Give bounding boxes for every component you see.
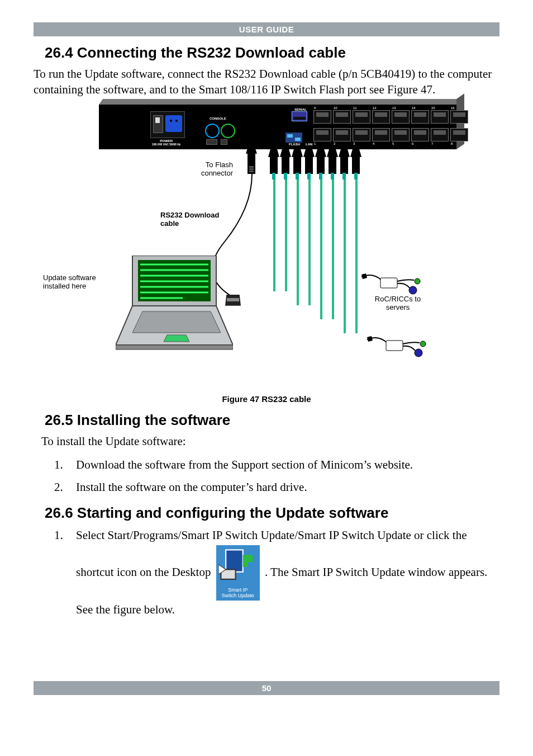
label-lan: LAN bbox=[306, 143, 312, 146]
svg-point-15 bbox=[409, 286, 417, 294]
rj45-plug-icon bbox=[293, 156, 301, 174]
console-port-kbms-icon bbox=[205, 124, 220, 138]
cat5-cable-icon bbox=[285, 179, 287, 291]
rj-port-14: 14 bbox=[411, 110, 429, 124]
footer-bar: 50 bbox=[34, 681, 499, 695]
section-26-5-intro: To install the Update software: bbox=[41, 433, 499, 449]
svg-point-19 bbox=[415, 349, 422, 357]
rj-port-4: 4 bbox=[372, 128, 390, 141]
rj45-plug-icon bbox=[305, 156, 313, 174]
console-port-video-icon bbox=[221, 124, 235, 138]
section-26-4-heading: 26.4 Connecting the RS232 Download cable bbox=[45, 44, 499, 62]
figure-47: POWER 100-240 VAC 50/60 Hz CONSOLE SERIA… bbox=[34, 105, 499, 404]
install-step-1: Download the software from the Support s… bbox=[66, 456, 499, 475]
rj-port-3: 3 bbox=[353, 128, 370, 141]
cat5-cable-icon bbox=[344, 179, 346, 333]
rj-port-8: 8 bbox=[450, 128, 468, 141]
rack-unit: POWER 100-240 VAC 50/60 Hz CONSOLE SERIA… bbox=[99, 105, 456, 149]
svg-rect-18 bbox=[386, 341, 403, 351]
svg-rect-14 bbox=[380, 278, 397, 288]
rj-port-5: 5 bbox=[392, 128, 410, 141]
cat5-cable-icon bbox=[273, 179, 275, 291]
aux-port-b-icon bbox=[221, 139, 227, 145]
svg-marker-12 bbox=[116, 345, 233, 349]
svg-point-20 bbox=[420, 341, 426, 347]
rj-port-7: 7 bbox=[431, 128, 449, 141]
rj-row-bottom: 1 2 3 4 5 6 7 8 bbox=[313, 128, 468, 141]
label-to-flash: To Flash connector bbox=[177, 160, 233, 177]
header-bar: USER GUIDE bbox=[34, 22, 499, 36]
power-module bbox=[150, 111, 185, 138]
rj-port-16: 16 bbox=[450, 110, 468, 124]
rj-port-10: 10 bbox=[333, 110, 351, 124]
flash-port-icon bbox=[285, 133, 302, 143]
rj-port-1: 1 bbox=[313, 128, 331, 141]
rj45-plug-icon bbox=[329, 156, 336, 174]
section-26-5-heading: 26.5 Installing the software bbox=[45, 412, 499, 429]
rj-port-6: 6 bbox=[411, 128, 429, 141]
rj-port-9: 9 bbox=[313, 110, 331, 124]
rj-port-13: 13 bbox=[392, 110, 410, 124]
power-switch-icon bbox=[153, 115, 163, 133]
ricc-dongle-icon bbox=[367, 335, 429, 362]
cat5-cable-icon bbox=[297, 179, 299, 305]
svg-point-16 bbox=[415, 278, 420, 284]
start-steps: Select Start/Programs/Smart IP Switch Up… bbox=[34, 526, 499, 620]
serial-port-icon bbox=[292, 111, 307, 121]
svg-marker-13 bbox=[361, 273, 367, 279]
label-console: CONSOLE bbox=[210, 117, 226, 120]
install-step-2: Install the software on the computer’s h… bbox=[66, 478, 499, 497]
label-rs232-cable: RS232 Download cable bbox=[160, 211, 239, 228]
rj45-plug-icon bbox=[340, 156, 348, 174]
cat5-cable-icon bbox=[332, 179, 334, 319]
figure-47-caption: Figure 47 RS232 cable bbox=[34, 394, 499, 404]
svg-marker-10 bbox=[132, 311, 221, 333]
ricc-dongle-icon bbox=[361, 272, 423, 299]
rj45-plug-icon bbox=[270, 156, 278, 174]
rj45-plug-row bbox=[270, 156, 360, 174]
start-step-1: Select Start/Programs/Smart IP Switch Up… bbox=[66, 526, 499, 620]
label-update-here: Update software installed here bbox=[43, 273, 116, 290]
svg-marker-11 bbox=[164, 335, 189, 342]
rj-port-15: 15 bbox=[431, 110, 449, 124]
rj45-plug-icon bbox=[352, 156, 360, 174]
rj-port-2: 2 bbox=[333, 128, 351, 141]
label-power: POWER 100-240 VAC 50/60 Hz bbox=[152, 139, 180, 147]
desktop-shortcut-icon: Smart IP Switch Update bbox=[216, 545, 260, 601]
rj45-plug-icon bbox=[282, 156, 289, 174]
shortcut-label-line2: Switch Update bbox=[218, 593, 258, 599]
rj-port-11: 11 bbox=[353, 110, 370, 124]
section-26-4-body: To run the Update software, connect the … bbox=[34, 66, 499, 98]
section-26-6-heading: 26.6 Starting and configuring the Update… bbox=[45, 504, 499, 522]
rj45-plug-flash-icon bbox=[248, 153, 255, 174]
diagram-rs232: POWER 100-240 VAC 50/60 Hz CONSOLE SERIA… bbox=[54, 105, 479, 390]
power-inlet-icon bbox=[165, 115, 182, 132]
laptop-icon bbox=[116, 256, 233, 351]
rj45-plug-icon bbox=[317, 156, 325, 174]
cat5-cable-icon bbox=[308, 179, 311, 305]
svg-rect-21 bbox=[226, 550, 243, 571]
cat5-cable-icon bbox=[320, 179, 322, 319]
rack-top-face bbox=[99, 99, 460, 105]
rj-port-12: 12 bbox=[372, 110, 390, 124]
svg-marker-22 bbox=[242, 555, 253, 567]
install-steps: Download the software from the Support s… bbox=[34, 456, 499, 497]
label-flash: FLASH bbox=[289, 143, 300, 146]
svg-marker-17 bbox=[367, 336, 373, 342]
cat5-cable-icon bbox=[355, 179, 358, 333]
rj-row-top: 9 10 11 12 13 14 15 16 bbox=[313, 110, 468, 124]
aux-port-a-icon bbox=[206, 139, 217, 145]
